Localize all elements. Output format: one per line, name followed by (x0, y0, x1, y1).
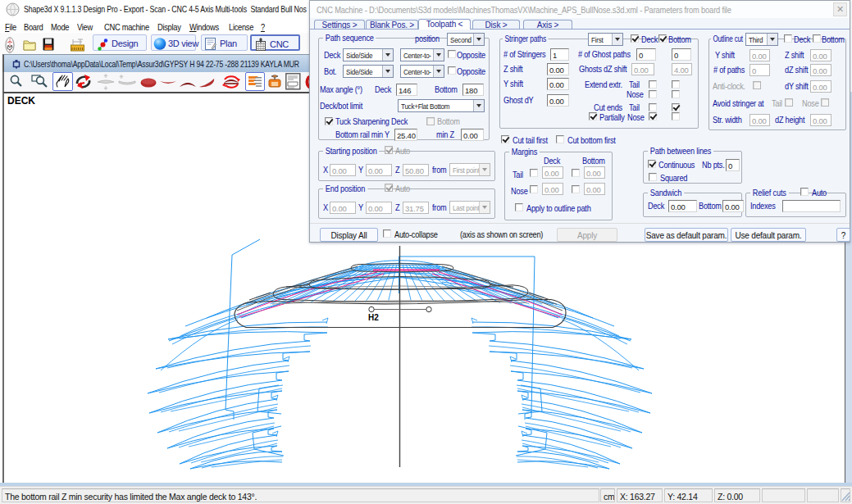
svg-text:H2: H2 (368, 313, 379, 322)
